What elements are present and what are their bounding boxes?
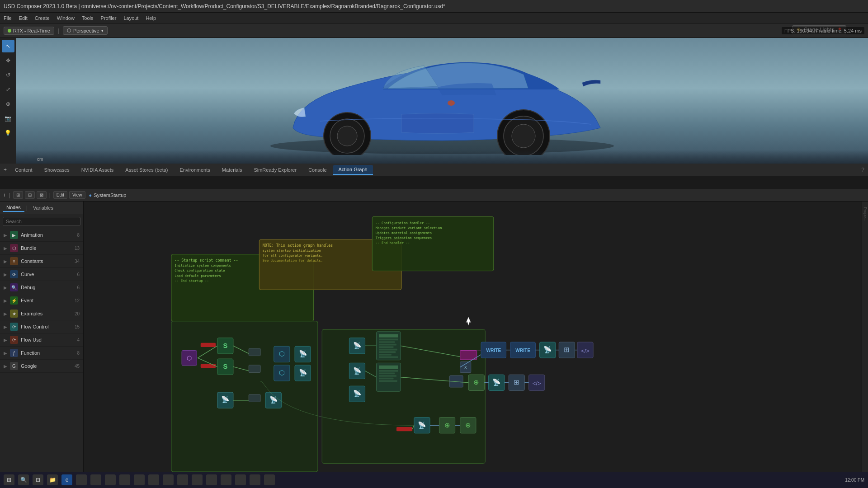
svg-text:Updates material assignments: Updates material assignments xyxy=(376,231,432,235)
svg-text:📡: 📡 xyxy=(543,346,552,354)
menu-file[interactable]: File xyxy=(4,15,12,21)
viewport-toolbar: RTX - Real-Time | ⬡ Perspective ▾ ☀ Stag… xyxy=(0,23,868,38)
move-tool-button[interactable]: ✥ xyxy=(2,54,14,67)
app8-button[interactable] xyxy=(177,474,188,485)
category-constants[interactable]: ▶ × Constants 34 xyxy=(0,255,83,268)
perspective-button[interactable]: ⬡ Perspective ▾ xyxy=(63,26,107,35)
edit-button[interactable]: Edit xyxy=(53,191,67,199)
clock: 12:00 PM xyxy=(845,478,864,483)
svg-rect-53 xyxy=(265,392,281,408)
app1-button[interactable] xyxy=(76,474,87,485)
app7-button[interactable] xyxy=(163,474,174,485)
layout-auto-button[interactable]: ⊞ xyxy=(13,191,23,199)
menu-profiler[interactable]: Profiler xyxy=(101,15,117,21)
tab-asset-stores[interactable]: Asset Stores (beta) xyxy=(120,165,173,174)
edge-button[interactable]: e xyxy=(61,474,72,485)
search-input[interactable] xyxy=(3,217,80,226)
category-flow-control[interactable]: ▶ ⟳ Flow Control 15 xyxy=(0,320,83,333)
scale-tool-button[interactable]: ⤢ xyxy=(2,83,14,96)
menu-window[interactable]: Window xyxy=(57,15,75,21)
toolbar-separator: | xyxy=(58,28,59,34)
start-button[interactable]: ⊞ xyxy=(4,474,14,485)
tab-simready[interactable]: SimReady Explorer xyxy=(248,165,302,174)
category-google[interactable]: ▶ G Google 45 xyxy=(0,360,83,373)
tab-nvidia-assets[interactable]: NVIDIA Assets xyxy=(76,165,119,174)
app12-button[interactable] xyxy=(235,474,246,485)
tab-showcases[interactable]: Showcases xyxy=(39,165,75,174)
svg-rect-76 xyxy=(379,378,393,380)
app2-button[interactable] xyxy=(90,474,101,485)
taskbar: ⊞ 🔍 ⊟ 📁 e 12:00 PM xyxy=(0,472,868,488)
app4-button[interactable] xyxy=(119,474,130,485)
svg-rect-63 xyxy=(379,339,398,341)
chevron-icon: ▶ xyxy=(4,272,7,277)
chevron-down-icon: ▾ xyxy=(101,28,104,33)
tab-environments[interactable]: Environments xyxy=(175,165,216,174)
app5-button[interactable] xyxy=(134,474,145,485)
viewport[interactable]: cm xyxy=(16,38,868,164)
layout-option-button[interactable]: ⊟ xyxy=(25,191,35,199)
variables-tab[interactable]: Variables xyxy=(29,204,57,211)
add-node-button[interactable]: + xyxy=(3,192,6,198)
app10-button[interactable] xyxy=(206,474,217,485)
svg-rect-25 xyxy=(171,321,318,472)
menu-tools[interactable]: Tools xyxy=(82,15,94,21)
svg-text:WRITE: WRITE xyxy=(486,348,501,353)
tab-materials[interactable]: Materials xyxy=(217,165,248,174)
menu-help[interactable]: Help xyxy=(146,15,156,21)
help-button[interactable]: ? xyxy=(861,167,864,173)
category-examples[interactable]: ▶ ★ Examples 20 xyxy=(0,307,83,320)
menu-create[interactable]: Create xyxy=(35,15,50,21)
app13-button[interactable] xyxy=(250,474,260,485)
category-event[interactable]: ▶ ⚡ Event 12 xyxy=(0,294,83,307)
camera-tool-button[interactable]: 📷 xyxy=(2,112,14,125)
light-tool-button[interactable]: 💡 xyxy=(2,127,14,139)
category-bundle[interactable]: ▶ ⬡ Bundle 13 xyxy=(0,242,83,255)
layout-grid-button[interactable]: ⊠ xyxy=(37,191,47,199)
tab-content[interactable]: Content xyxy=(9,165,38,174)
category-animation[interactable]: ▶ ▶ Animation 8 xyxy=(0,229,83,242)
explorer-button[interactable]: 📁 xyxy=(47,474,58,485)
rtx-realtime-button[interactable]: RTX - Real-Time xyxy=(4,27,54,35)
svg-line-39 xyxy=(233,346,251,354)
svg-text:⊕: ⊕ xyxy=(465,422,471,429)
menu-edit[interactable]: Edit xyxy=(19,15,28,21)
svg-rect-19 xyxy=(372,216,493,271)
svg-text:-- Configuration handler --: -- Configuration handler -- xyxy=(376,221,430,225)
debug-icon: 🔍 xyxy=(10,283,18,291)
app3-button[interactable] xyxy=(105,474,116,485)
chevron-icon: ▶ xyxy=(4,246,7,251)
task-view-button[interactable]: ⊟ xyxy=(33,474,43,485)
svg-text:See documentation for details.: See documentation for details. xyxy=(263,258,323,263)
svg-rect-79 xyxy=(460,362,471,373)
graph-canvas[interactable]: -- Startup script comment -- Initialize … xyxy=(84,212,862,472)
menu-layout[interactable]: Layout xyxy=(123,15,138,21)
tab-action-graph[interactable]: Action Graph xyxy=(333,165,373,175)
search-taskbar-button[interactable]: 🔍 xyxy=(18,474,29,485)
category-function[interactable]: ▶ ƒ Function 8 xyxy=(0,347,83,360)
svg-text:Triggers animation sequences: Triggers animation sequences xyxy=(376,236,432,240)
svg-text:x: x xyxy=(464,365,467,370)
graph-area[interactable]: -- Startup script comment -- Initialize … xyxy=(84,202,862,472)
app6-button[interactable] xyxy=(148,474,159,485)
svg-line-40 xyxy=(233,367,251,371)
rotate-tool-button[interactable]: ↺ xyxy=(2,69,14,81)
app14-button[interactable] xyxy=(264,474,275,485)
view-button[interactable]: View xyxy=(69,191,85,199)
svg-rect-66 xyxy=(379,346,393,348)
category-flow-usd[interactable]: ▶ ⟳ Flow Usd 4 xyxy=(0,333,83,347)
universal-tool-button[interactable]: ⊕ xyxy=(2,98,14,110)
select-tool-button[interactable]: ↖ xyxy=(2,40,14,52)
google-icon: G xyxy=(10,362,18,370)
svg-rect-92 xyxy=(468,375,484,390)
add-tab-button[interactable]: + xyxy=(4,167,7,173)
svg-text:for all configurator variants.: for all configurator variants. xyxy=(263,253,323,258)
app11-button[interactable] xyxy=(221,474,231,485)
nodes-list: ▶ ▶ Animation 8 ▶ ⬡ Bundle 13 ▶ × Consta… xyxy=(0,229,83,472)
nodes-tab[interactable]: Nodes xyxy=(3,204,24,212)
category-debug[interactable]: ▶ 🔍 Debug 6 xyxy=(0,281,83,294)
app9-button[interactable] xyxy=(192,474,203,485)
tab-console[interactable]: Console xyxy=(303,165,332,174)
category-curve[interactable]: ▶ ⟳ Curve 6 xyxy=(0,268,83,281)
svg-text:Check configuration state: Check configuration state xyxy=(175,268,225,272)
